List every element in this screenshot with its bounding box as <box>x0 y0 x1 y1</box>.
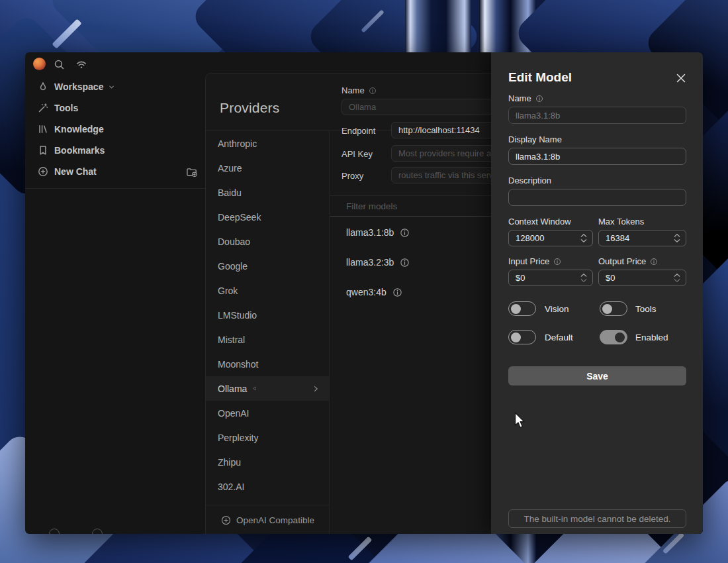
provider-item-anthropic[interactable]: Anthropic <box>206 131 329 156</box>
sidebar-item-new-chat[interactable]: New Chat <box>25 161 205 182</box>
screen: Workspace Tools Knowledge <box>0 0 728 563</box>
info-icon <box>535 95 543 103</box>
plus-circle-icon <box>221 515 231 525</box>
close-icon[interactable] <box>676 73 686 83</box>
model-row-llama31[interactable]: llama3.1:8b <box>346 227 410 238</box>
sidebar-item-label: Tools <box>54 103 78 113</box>
app-logo-icon <box>33 58 46 70</box>
endpoint-label: Endpoint <box>341 126 375 136</box>
sidebar-header <box>25 52 205 76</box>
vision-toggle[interactable] <box>508 301 536 316</box>
input-price-label: Input Price <box>508 256 561 266</box>
info-icon <box>369 87 377 95</box>
sidebar-item-workspace[interactable]: Workspace <box>25 76 205 97</box>
sidebar-item-label: Workspace <box>54 81 103 92</box>
delete-disabled-notice: The built-in model cannot be deleted. <box>508 509 686 528</box>
output-price-stepper[interactable]: $0 <box>598 270 686 286</box>
api-key-label: API Key <box>341 149 373 159</box>
dialog-title: Edit Model <box>508 70 572 85</box>
default-toggle[interactable] <box>508 330 536 344</box>
stepper-arrows-icon[interactable] <box>674 274 680 282</box>
provider-name-label: Name <box>341 85 377 95</box>
tools-toggle[interactable] <box>600 301 627 316</box>
proxy-label: Proxy <box>341 171 363 181</box>
flame-icon <box>38 81 48 92</box>
chat-plus-icon <box>38 166 48 177</box>
bookmark-icon <box>38 145 48 156</box>
model-info-icon[interactable] <box>392 287 402 297</box>
model-name-label: Name <box>508 93 543 103</box>
chevron-right-icon <box>312 385 320 393</box>
add-openai-compatible-button[interactable]: OpenAI Compatible <box>206 505 330 534</box>
provider-list: Anthropic Azure Baidu DeepSeek Doubao Go… <box>206 131 330 534</box>
provider-item-perplexity[interactable]: Perplexity <box>206 425 329 450</box>
stepper-arrows-icon[interactable] <box>580 234 587 242</box>
info-icon <box>553 258 561 266</box>
context-window-stepper[interactable]: 128000 <box>508 230 593 246</box>
sidebar-divider <box>25 188 205 189</box>
provider-item-baidu[interactable]: Baidu <box>206 180 329 205</box>
provider-item-grok[interactable]: Grok <box>206 278 329 303</box>
model-row-qwen3[interactable]: qwen3:4b <box>346 287 402 297</box>
output-price-label: Output Price <box>598 256 658 266</box>
page-title: Providers <box>220 100 280 116</box>
provider-item-ollama-selected[interactable]: Ollama <box>206 376 329 401</box>
provider-item-mistral[interactable]: Mistral <box>206 327 329 352</box>
input-price-stepper[interactable]: $0 <box>508 270 593 286</box>
tools-toggle-label: Tools <box>635 304 657 314</box>
sidebar-item-knowledge[interactable]: Knowledge <box>25 119 205 140</box>
provider-item-doubao[interactable]: Doubao <box>206 229 329 254</box>
display-name-input[interactable] <box>508 148 686 165</box>
provider-item-moonshot[interactable]: Moonshot <box>206 352 329 376</box>
chevron-down-icon <box>108 83 115 91</box>
model-name-input <box>508 107 686 124</box>
provider-item-azure[interactable]: Azure <box>206 156 329 180</box>
sidebar-nav: Workspace Tools Knowledge <box>25 76 205 182</box>
stepper-arrows-icon[interactable] <box>674 234 680 242</box>
model-row-llama32[interactable]: llama3.2:3b <box>346 257 410 268</box>
network-status-icon[interactable] <box>75 58 88 71</box>
mouse-cursor <box>514 412 526 429</box>
save-button[interactable]: Save <box>508 366 686 385</box>
search-icon[interactable] <box>52 58 66 71</box>
provider-item-deepseek[interactable]: DeepSeek <box>206 205 329 229</box>
description-label: Description <box>508 176 551 185</box>
vision-toggle-label: Vision <box>545 304 569 314</box>
display-name-label: Display Name <box>508 134 562 144</box>
sidebar-item-label: Knowledge <box>54 124 104 134</box>
sidebar-item-label: New Chat <box>54 166 97 177</box>
triangle-left-icon <box>251 385 257 391</box>
context-window-label: Context Window <box>508 217 571 227</box>
max-tokens-stepper[interactable]: 16384 <box>598 230 686 246</box>
folder-plus-icon[interactable] <box>186 166 197 178</box>
books-icon <box>38 124 48 134</box>
provider-item-lmstudio[interactable]: LMStudio <box>206 303 329 327</box>
sidebar-footer-button-1[interactable] <box>49 529 60 534</box>
wand-icon <box>38 103 48 113</box>
provider-item-openai[interactable]: OpenAI <box>206 401 329 425</box>
sidebar-item-tools[interactable]: Tools <box>25 97 205 119</box>
stepper-arrows-icon[interactable] <box>580 274 587 282</box>
provider-item-google[interactable]: Google <box>206 254 329 278</box>
model-info-icon[interactable] <box>400 228 410 238</box>
edit-model-dialog: Edit Model Name Display Name Description… <box>491 52 703 534</box>
sidebar-footer-button-2[interactable] <box>92 529 103 534</box>
default-toggle-label: Default <box>545 333 573 342</box>
sidebar-item-bookmarks[interactable]: Bookmarks <box>25 140 205 161</box>
app-window: Workspace Tools Knowledge <box>25 52 703 534</box>
enabled-toggle[interactable] <box>600 330 627 344</box>
enabled-toggle-label: Enabled <box>635 333 668 342</box>
description-input[interactable] <box>508 189 686 206</box>
sidebar-item-label: Bookmarks <box>54 145 105 156</box>
provider-item-302ai[interactable]: 302.AI <box>206 474 329 499</box>
info-icon <box>650 258 658 266</box>
max-tokens-label: Max Tokens <box>598 217 644 227</box>
provider-item-zhipu[interactable]: Zhipu <box>206 450 329 474</box>
model-info-icon[interactable] <box>400 258 410 268</box>
